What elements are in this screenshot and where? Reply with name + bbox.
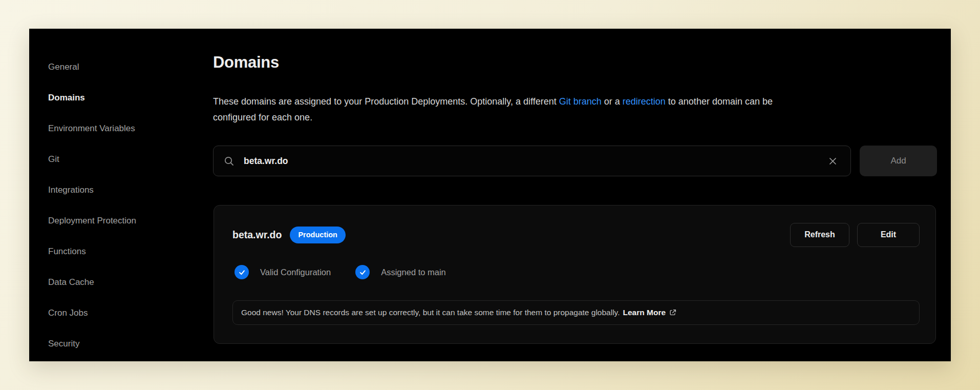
description-text: These domains are assigned to your Produ… [213, 96, 559, 107]
check-circle-icon [235, 265, 249, 279]
sidebar-item-general[interactable]: General [48, 52, 202, 83]
add-domain-row: Add [213, 146, 937, 176]
page-title: Domains [213, 53, 279, 72]
clear-input-icon[interactable] [826, 154, 839, 168]
sidebar-item-functions[interactable]: Functions [48, 236, 202, 267]
status-label: Assigned to main [381, 268, 446, 277]
status-label: Valid Configuration [260, 268, 331, 277]
description-text: configured for each one. [213, 112, 312, 122]
redirection-link[interactable]: redirection [623, 96, 666, 107]
settings-sidebar: General Domains Environment Variables Gi… [48, 52, 202, 359]
edit-button[interactable]: Edit [857, 223, 920, 247]
domain-search-box[interactable] [213, 146, 851, 176]
search-icon [224, 156, 235, 167]
domain-status-row: Valid Configuration Assigned to main [235, 265, 446, 279]
sidebar-item-deployment-protection[interactable]: Deployment Protection [48, 206, 202, 236]
sidebar-item-git[interactable]: Git [48, 144, 202, 175]
sidebar-item-cron-jobs[interactable]: Cron Jobs [48, 298, 202, 329]
sidebar-item-environment-variables[interactable]: Environment Variables [48, 113, 202, 144]
sidebar-item-security[interactable]: Security [48, 329, 202, 359]
dns-info-banner: Good news! Your DNS records are set up c… [232, 300, 920, 325]
git-branch-link[interactable]: Git branch [559, 96, 602, 107]
external-link-icon [669, 309, 677, 317]
assigned-branch-status: Assigned to main [355, 265, 446, 279]
settings-panel: General Domains Environment Variables Gi… [29, 29, 951, 361]
domain-card-header: beta.wr.do Production Refresh Edit [232, 222, 920, 247]
description-text: to another domain can be [666, 96, 773, 107]
valid-configuration-status: Valid Configuration [235, 265, 331, 279]
refresh-button[interactable]: Refresh [790, 223, 849, 247]
sidebar-item-integrations[interactable]: Integrations [48, 175, 202, 206]
sidebar-item-data-cache[interactable]: Data Cache [48, 267, 202, 298]
production-badge: Production [290, 227, 346, 243]
learn-more-label: Learn More [623, 308, 666, 317]
add-domain-button[interactable]: Add [860, 146, 937, 176]
domain-input[interactable] [244, 156, 826, 167]
domain-name: beta.wr.do [232, 229, 282, 241]
page-description: These domains are assigned to your Produ… [213, 94, 920, 126]
check-circle-icon [355, 265, 370, 279]
domains-settings-content: Domains These domains are assigned to yo… [213, 29, 937, 361]
sidebar-item-domains[interactable]: Domains [48, 83, 202, 113]
description-text: or a [602, 96, 623, 107]
learn-more-link[interactable]: Learn More [623, 308, 677, 317]
dns-info-message: Good news! Your DNS records are set up c… [241, 308, 620, 317]
domain-card: beta.wr.do Production Refresh Edit Valid… [214, 205, 936, 344]
